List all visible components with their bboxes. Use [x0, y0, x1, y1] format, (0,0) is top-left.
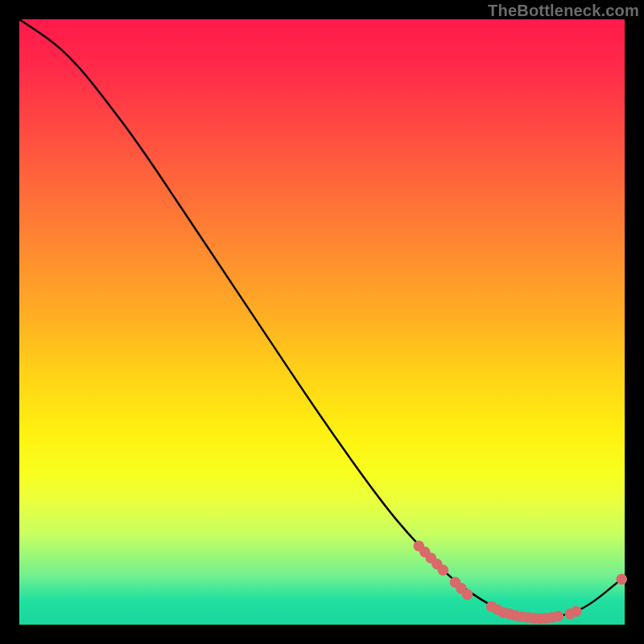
- chart-svg: [19, 19, 625, 625]
- chart-stage: TheBottleneck.com: [0, 0, 644, 644]
- marker-point: [438, 565, 449, 576]
- marker-point: [571, 606, 582, 617]
- marker-point: [462, 589, 473, 601]
- marker-point: [616, 574, 627, 585]
- bottleneck-curve: [19, 19, 625, 618]
- marker-point: [553, 611, 564, 622]
- segment-markers: [414, 540, 627, 624]
- chart-plot-area: [19, 19, 625, 625]
- watermark-text: TheBottleneck.com: [488, 2, 639, 20]
